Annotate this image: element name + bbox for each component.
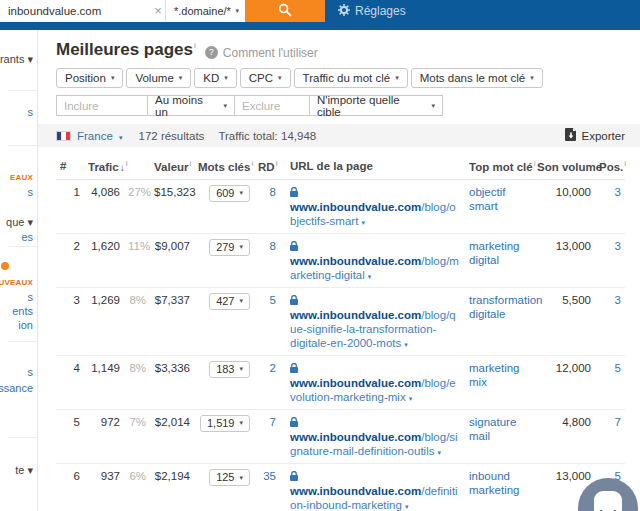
sidebar-item-fragment[interactable]: ents	[12, 305, 33, 317]
header-traffic[interactable]: Trafic↓i	[84, 153, 150, 179]
volume-cell: 12,000	[533, 355, 595, 409]
sidebar-item-fragment[interactable]: s	[28, 186, 34, 198]
referring-domains-link[interactable]: 5	[270, 294, 276, 306]
keywords-dropdown[interactable]: 125 ▾	[209, 469, 250, 486]
keywords-dropdown[interactable]: 183 ▾	[209, 361, 250, 378]
header-volume[interactable]: Son volumei	[533, 153, 595, 179]
gear-icon	[338, 4, 350, 19]
value-cell: $3,336	[150, 355, 194, 409]
chevron-down-icon[interactable]: ▾	[437, 449, 441, 456]
traffic-percent: 8%	[124, 355, 150, 409]
export-button[interactable]: Exporter	[565, 128, 625, 143]
info-superscript: i	[126, 159, 128, 168]
sidebar-item-fragment[interactable]: s	[28, 106, 34, 118]
search-icon	[278, 3, 292, 20]
sidebar-item-fragment[interactable]: NOUVEAUX	[0, 278, 33, 287]
chat-smiley-icon	[578, 478, 638, 511]
referring-domains-link[interactable]: 8	[270, 186, 276, 198]
filter-words-in-keyword[interactable]: Mots dans le mot clé▾	[411, 68, 543, 88]
page-url-link[interactable]: www.inboundvalue.com/blog/signature-mail…	[290, 431, 458, 457]
lock-icon	[290, 240, 298, 254]
exclude-input[interactable]	[235, 96, 309, 115]
header-value[interactable]: Valeuri	[150, 153, 194, 179]
row-index: 3	[56, 287, 84, 355]
chat-widget-button[interactable]	[578, 478, 638, 511]
referring-domains-link[interactable]: 35	[263, 470, 276, 482]
page-url-link[interactable]: www.inboundvalue.com/blog/evolution-mark…	[290, 377, 456, 403]
settings-label: Réglages	[355, 4, 406, 18]
target-select[interactable]: N'importe quelle cible ▾	[309, 95, 443, 116]
filter-keyword-traffic[interactable]: Traffic du mot clé▾	[294, 68, 408, 88]
position-link[interactable]: 3	[615, 186, 621, 198]
position-link[interactable]: 5	[615, 362, 621, 374]
search-button[interactable]	[245, 0, 325, 22]
header-index: #	[56, 153, 84, 179]
referring-domains-link[interactable]: 7	[270, 416, 276, 428]
keywords-dropdown[interactable]: 609 ▾	[209, 185, 250, 202]
header-top-keyword[interactable]: Top mot cléi	[465, 153, 533, 179]
table-row: 1 4,086 27% $15,323 609 ▾ 8 www.inboundv…	[56, 179, 625, 233]
traffic-percent: 7%	[124, 410, 150, 464]
country-select[interactable]: France ▾	[77, 130, 123, 142]
chevron-down-icon: ▾	[223, 102, 227, 110]
sidebar-item-fragment[interactable]: rants ▾	[0, 53, 33, 66]
sidebar-item-fragment[interactable]: roissance	[0, 382, 33, 394]
keywords-dropdown[interactable]: 279 ▾	[209, 239, 250, 256]
chevron-down-icon: ▾	[239, 189, 243, 198]
chevron-down-icon[interactable]: ▾	[405, 503, 409, 510]
sidebar-item-fragment[interactable]: s	[28, 366, 34, 378]
include-input[interactable]	[57, 96, 147, 115]
match-mode-select[interactable]: Au moins un ▾	[147, 95, 235, 116]
search-scope-select[interactable]: *.domaine/* ▾	[165, 0, 245, 22]
referring-domains-link[interactable]: 8	[270, 240, 276, 252]
filter-cpc[interactable]: CPC▾	[240, 68, 291, 88]
chevron-down-icon[interactable]: ▾	[404, 341, 408, 348]
top-keyword-link[interactable]: signature mail	[469, 416, 516, 442]
value-cell: $2,194	[150, 464, 194, 511]
search-scope-value: *.domaine/*	[174, 5, 231, 17]
top-keyword-link[interactable]: inbound marketing	[469, 470, 520, 496]
filter-position[interactable]: Position▾	[56, 68, 123, 88]
header-rd[interactable]: RDi	[254, 153, 280, 179]
top-keyword-link[interactable]: marketing mix	[469, 362, 520, 388]
sidebar-item-fragment[interactable]: que ▾	[6, 216, 33, 229]
sidebar-item-fragment[interactable]: s	[28, 291, 34, 303]
help-icon: ?	[205, 46, 218, 59]
header-position[interactable]: Pos.i	[595, 153, 625, 179]
traffic-cell: 4,086	[84, 179, 124, 233]
settings-button[interactable]: Réglages	[338, 0, 406, 22]
table-row: 6 937 6% $2,194 125 ▾ 35 www.inboundvalu…	[56, 464, 625, 511]
top-keyword-link[interactable]: objectif smart	[469, 186, 505, 212]
page-header: Meilleures pagesi ? Comment l'utiliser	[38, 30, 640, 64]
position-link[interactable]: 3	[615, 294, 621, 306]
chevron-down-icon[interactable]: ▾	[368, 273, 372, 280]
row-index: 5	[56, 410, 84, 464]
value-cell: $9,007	[150, 233, 194, 287]
filter-kd[interactable]: KD▾	[194, 68, 237, 88]
sidebar-item-fragment[interactable]: ion	[18, 319, 33, 331]
page-url-link[interactable]: www.inboundvalue.com/blog/marketing-digi…	[290, 255, 459, 281]
chevron-down-icon[interactable]: ▾	[361, 219, 365, 226]
clear-search-icon[interactable]: ×	[150, 1, 166, 21]
position-link[interactable]: 7	[615, 416, 621, 428]
sidebar-item-fragment[interactable]: te ▾	[15, 464, 33, 477]
top-keyword-link[interactable]: marketing digital	[469, 240, 520, 266]
keywords-dropdown[interactable]: 1,519 ▾	[200, 415, 250, 432]
export-icon	[565, 128, 577, 143]
filter-volume[interactable]: Volume▾	[126, 68, 191, 88]
page-url-link[interactable]: www.inboundvalue.com/blog/objectifs-smar…	[290, 201, 456, 227]
how-to-use-link[interactable]: ? Comment l'utiliser	[205, 46, 318, 60]
chevron-down-icon[interactable]: ▾	[409, 395, 413, 402]
page-url-link[interactable]: www.inboundvalue.com/blog/que-signifie-l…	[290, 309, 456, 349]
traffic-percent: 27%	[124, 179, 150, 233]
page-url-link[interactable]: www.inboundvalue.com/definition-inbound-…	[290, 485, 458, 511]
chevron-down-icon: ▾	[179, 74, 183, 82]
sidebar-item-fragment[interactable]: es	[21, 231, 33, 243]
position-link[interactable]: 3	[615, 240, 621, 252]
header-keywords[interactable]: Mots clési	[194, 153, 254, 179]
search-input[interactable]	[0, 0, 165, 22]
keywords-dropdown[interactable]: 427 ▾	[209, 293, 250, 310]
referring-domains-link[interactable]: 2	[270, 362, 276, 374]
top-keyword-link[interactable]: transformation digitale	[469, 294, 543, 320]
sidebar-item-fragment[interactable]: EAUX	[10, 173, 33, 182]
